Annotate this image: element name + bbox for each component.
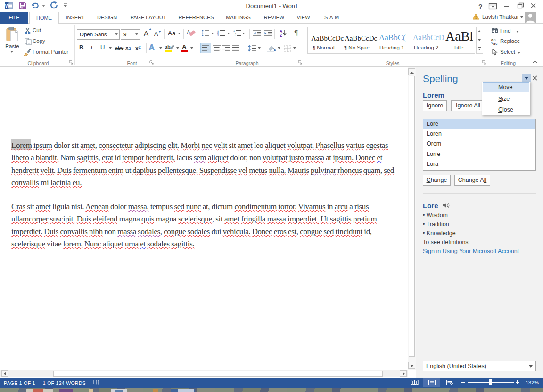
svg-text:c: c xyxy=(495,41,498,45)
svg-text:ab: ab xyxy=(165,44,171,49)
svg-text:i: i xyxy=(235,34,235,36)
svg-text:Z: Z xyxy=(280,33,282,37)
svg-text:3: 3 xyxy=(217,34,219,36)
svg-text:W: W xyxy=(5,3,10,8)
svg-text:?: ? xyxy=(478,3,483,10)
